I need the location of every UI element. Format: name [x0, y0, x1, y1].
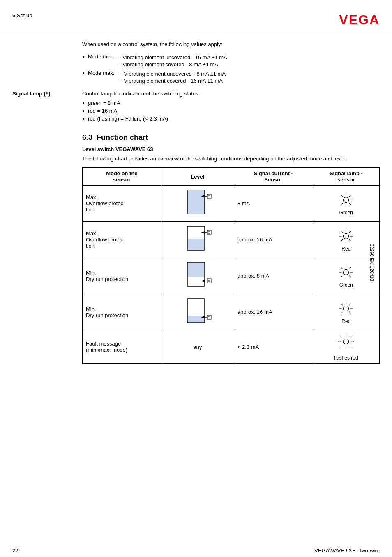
page-footer: 22 VEGAWAVE 63 • - two-wire — [0, 544, 392, 557]
svg-line-30 — [341, 239, 343, 241]
svg-line-62 — [341, 311, 343, 313]
td-mode: Max.Overflow protec-tion — [83, 222, 161, 258]
td-level — [161, 222, 234, 258]
td-level — [161, 186, 234, 222]
mode-min-subitems: Vibrating element uncovered - 16 mA ±1 m… — [117, 54, 227, 68]
svg-line-45 — [349, 267, 351, 269]
td-level — [161, 258, 234, 294]
lamp-icon-green-2 — [316, 264, 376, 281]
td-signal: approx. 16 mA — [234, 294, 313, 330]
lamp-red-flashing: red (flashing) = Failure (< 2.3 mA) — [88, 116, 168, 122]
list-item: Vibrating element covered - 8 mA ±1 mA — [117, 61, 227, 67]
table-row: Fault message(min./max. mode) any < 2.3 … — [83, 330, 380, 364]
svg-line-69 — [350, 346, 352, 348]
td-signal: < 2.3 mA — [234, 330, 313, 364]
td-mode: Min.Dry run protection — [83, 258, 161, 294]
list-item: Mode max. Vibrating element uncovered - … — [82, 70, 380, 85]
lamp-icon-green-1 — [316, 192, 376, 208]
lamp-icon-red-2 — [316, 300, 376, 317]
signal-lamp-description: Control lamp for indication of the switc… — [82, 91, 380, 97]
lamp-label-red-1: Red — [316, 246, 376, 252]
svg-point-22 — [344, 233, 349, 239]
section-heading: Function chart — [97, 133, 148, 142]
signal-lamp-section: Signal lamp (5) Control lamp for indicat… — [82, 91, 380, 128]
svg-line-28 — [349, 239, 351, 241]
svg-point-54 — [344, 306, 349, 311]
svg-line-12 — [349, 203, 351, 204]
chart-description: The following chart provides an overview… — [82, 155, 380, 163]
intro-text: When used on a control system, the follo… — [82, 40, 380, 49]
table-row: Max.Overflow protec-tion — [83, 186, 380, 222]
td-mode: Max.Overflow protec-tion — [83, 186, 161, 222]
svg-line-71 — [340, 346, 342, 348]
td-lamp: flashes red — [313, 330, 379, 364]
svg-rect-32 — [188, 263, 204, 277]
lamp-red: red = 16 mA — [88, 108, 117, 114]
svg-rect-16 — [188, 239, 204, 250]
table-row: Min.Dry run protection — [83, 294, 380, 330]
list-item: red = 16 mA — [82, 108, 380, 114]
svg-line-61 — [349, 304, 351, 305]
list-item: Vibrating element covered - 16 mA ±1 mA — [118, 78, 226, 84]
mode-max-subitems: Vibrating element uncovered - 8 mA ±1 mA… — [118, 71, 226, 85]
td-signal: approx. 16 mA — [234, 222, 313, 258]
th-signal: Signal current -Sensor — [234, 168, 313, 186]
section-number: 6.3 — [82, 133, 92, 142]
page-header: 6 Set up VEGA — [0, 12, 392, 32]
svg-line-11 — [341, 195, 343, 197]
svg-point-6 — [344, 197, 349, 202]
lamp-label-green-1: Green — [316, 210, 376, 216]
list-item: Mode min. Vibrating element uncovered - … — [82, 53, 380, 68]
td-lamp: Red — [313, 294, 379, 330]
td-signal: 8 mA — [234, 186, 313, 222]
svg-line-14 — [341, 203, 343, 204]
svg-marker-34 — [201, 280, 205, 282]
lamp-label-green-2: Green — [316, 282, 376, 288]
function-table: Mode on thesensor Level Signal current -… — [82, 167, 380, 364]
svg-line-27 — [341, 231, 343, 233]
page: 6 Set up VEGA When used on a control sys… — [0, 0, 392, 557]
svg-line-60 — [349, 311, 351, 313]
sensor-diagram-2 — [165, 224, 231, 255]
signal-lamp-content: Control lamp for indication of the switc… — [82, 91, 380, 128]
svg-line-68 — [340, 336, 342, 337]
list-item: red (flashing) = Failure (< 2.3 mA) — [82, 116, 380, 122]
svg-point-38 — [344, 269, 349, 275]
svg-rect-19 — [207, 230, 211, 234]
svg-rect-51 — [207, 315, 211, 319]
td-level: any — [161, 330, 234, 364]
level-any: any — [193, 344, 202, 350]
vega-logo: VEGA — [339, 12, 380, 28]
section-label: 6 Set up — [12, 12, 32, 19]
lamp-label-red-2: Red — [316, 318, 376, 324]
main-content: When used on a control system, the follo… — [0, 40, 392, 364]
side-document-label: 32260-EN-120418 — [369, 244, 374, 281]
mode-max-sub2: Vibrating element covered - 16 mA ±1 mA — [124, 78, 223, 84]
svg-line-43 — [341, 267, 343, 269]
table-header-row: Mode on thesensor Level Signal current -… — [83, 168, 380, 186]
svg-rect-35 — [207, 279, 211, 283]
signal-lamp-list: green = 8 mA red = 16 mA red (flashing) … — [82, 100, 380, 122]
td-mode: Fault message(min./max. mode) — [83, 330, 161, 364]
td-level — [161, 294, 234, 330]
mode-min-label: Mode min. — [88, 53, 113, 60]
td-signal: approx. 8 mA — [234, 258, 313, 294]
subsection-title: Level switch VEGAWAVE 63 — [82, 146, 380, 152]
lamp-icon-red-1 — [316, 228, 376, 244]
svg-point-65 — [344, 339, 349, 344]
th-mode: Mode on thesensor — [83, 168, 161, 186]
svg-rect-3 — [207, 194, 211, 198]
svg-line-29 — [349, 231, 351, 233]
mode-min-sub1: Vibrating element uncovered - 16 mA ±1 m… — [122, 54, 227, 60]
mode-list: Mode min. Vibrating element uncovered - … — [82, 53, 380, 85]
svg-line-13 — [349, 195, 351, 197]
svg-line-46 — [341, 275, 343, 277]
table-row: Max.Overflow protec-tion — [83, 222, 380, 258]
list-item: Vibrating element uncovered - 8 mA ±1 mA — [118, 71, 226, 77]
svg-marker-18 — [201, 231, 205, 234]
mode-max-sub1: Vibrating element uncovered - 8 mA ±1 mA — [124, 71, 226, 77]
flash-lamp-icon — [316, 333, 376, 353]
svg-rect-0 — [187, 190, 205, 214]
sensor-diagram-1 — [165, 188, 231, 219]
td-mode: Min.Dry run protection — [83, 294, 161, 330]
